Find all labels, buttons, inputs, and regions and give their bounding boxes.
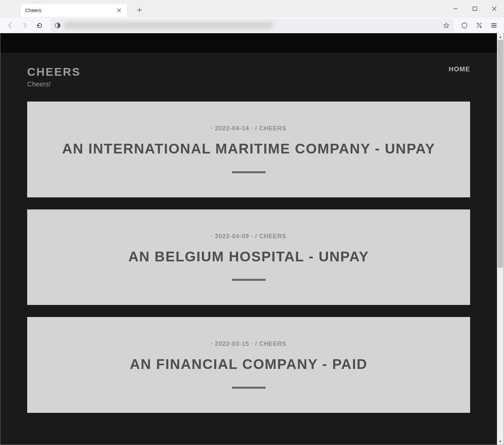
url-bar[interactable] — [50, 19, 454, 32]
post-card[interactable]: · 2022-04-14 · / CHEERS AN INTERNATIONAL… — [27, 102, 470, 197]
shield-icon[interactable] — [458, 19, 471, 32]
vertical-scrollbar[interactable]: ▲ ▼ — [497, 33, 504, 445]
post-date: 2022-03-15 — [215, 340, 249, 347]
site-title[interactable]: CHEERS — [27, 65, 81, 78]
tab-title: Cheers — [25, 7, 116, 13]
browser-toolbar — [0, 17, 504, 33]
post-date: 2022-04-14 — [215, 125, 249, 132]
browser-tab[interactable]: Cheers — [20, 3, 127, 17]
post-author: CHEERS — [259, 340, 286, 347]
post-list: · 2022-04-14 · / CHEERS AN INTERNATIONAL… — [0, 88, 497, 413]
site-tagline: Cheers! — [27, 80, 81, 88]
bookmark-star-icon[interactable] — [442, 21, 451, 30]
maximize-button[interactable] — [465, 2, 485, 16]
post-title[interactable]: AN BELGIUM HOSPITAL - UNPAY — [41, 247, 457, 266]
window-controls — [446, 0, 504, 17]
post-title[interactable]: AN INTERNATIONAL MARITIME COMPANY - UNPA… — [41, 139, 457, 158]
svg-rect-0 — [473, 7, 477, 10]
scroll-up-arrow-icon[interactable]: ▲ — [497, 33, 504, 40]
site-header: CHEERS Cheers! HOME — [0, 53, 497, 88]
hamburger-menu-icon[interactable] — [487, 19, 501, 32]
post-card[interactable]: · 2022-04-09 · / CHEERS AN BELGIUM HOSPI… — [27, 209, 470, 305]
post-card[interactable]: · 2022-03-15 · / CHEERS AN FINANCIAL COM… — [27, 317, 470, 413]
post-title[interactable]: AN FINANCIAL COMPANY - PAID — [41, 355, 457, 374]
post-meta: · 2022-03-15 · / CHEERS — [41, 340, 457, 347]
nav-home-link[interactable]: HOME — [449, 65, 470, 73]
divider-rule — [232, 387, 266, 389]
browser-chrome: Cheers — [0, 0, 504, 33]
brand-block: CHEERS Cheers! — [27, 65, 81, 88]
window-close-button[interactable] — [485, 2, 504, 16]
url-text-blurred — [64, 22, 272, 29]
post-author: CHEERS — [259, 233, 286, 240]
divider-rule — [232, 171, 266, 173]
top-bar — [0, 33, 497, 53]
minimize-button[interactable] — [446, 2, 465, 16]
back-button[interactable] — [3, 19, 17, 32]
post-meta: · 2022-04-14 · / CHEERS — [41, 125, 457, 132]
post-meta: · 2022-04-09 · / CHEERS — [41, 233, 457, 240]
close-icon[interactable] — [116, 7, 122, 14]
post-author: CHEERS — [259, 125, 286, 132]
tab-strip: Cheers — [0, 0, 504, 17]
page-viewport: CHEERS Cheers! HOME · 2022-04-14 · / CHE… — [0, 33, 504, 445]
reload-button[interactable] — [33, 19, 46, 32]
new-tab-button[interactable] — [133, 4, 146, 16]
page-content: CHEERS Cheers! HOME · 2022-04-14 · / CHE… — [0, 33, 497, 445]
site-nav: HOME — [449, 65, 470, 73]
post-date: 2022-04-09 — [215, 233, 249, 240]
sparkle-icon[interactable] — [472, 19, 486, 32]
forward-button[interactable] — [18, 19, 32, 32]
tracking-protection-icon[interactable] — [53, 21, 62, 30]
scrollbar-thumb[interactable] — [498, 40, 503, 268]
scroll-down-arrow-icon[interactable]: ▼ — [497, 438, 504, 445]
divider-rule — [232, 279, 266, 281]
